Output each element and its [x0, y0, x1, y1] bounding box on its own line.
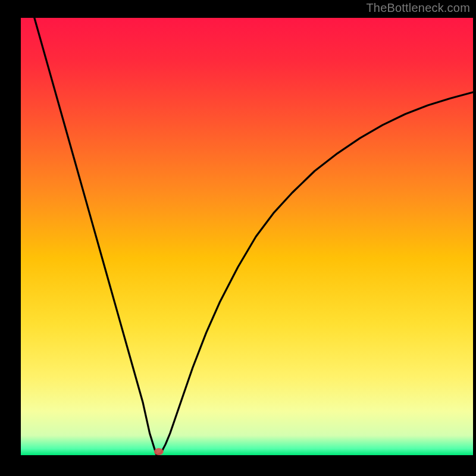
- chart-frame: TheBottleneck.com: [0, 0, 476, 476]
- attribution-text: TheBottleneck.com: [366, 1, 470, 15]
- plot-background: [21, 18, 473, 455]
- bottleneck-chart: [0, 0, 476, 476]
- optimum-marker: [154, 448, 164, 455]
